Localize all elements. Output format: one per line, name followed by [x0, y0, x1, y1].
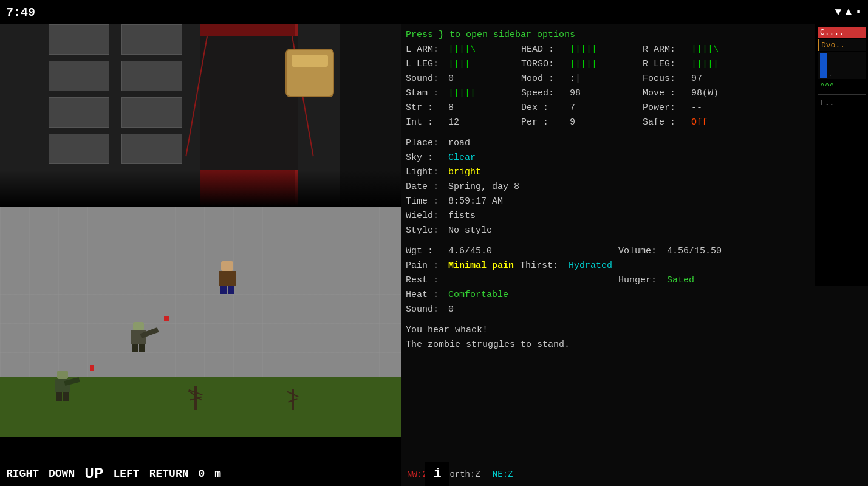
- stats-row-2: L LEG: |||| TORSO: ||||| R LEG: |||||: [406, 57, 863, 72]
- wifi-icon: ▼: [835, 6, 842, 18]
- env-time: Time : 8:59:17 AM: [406, 194, 863, 209]
- prompt-line: Press } to open sidebar options: [406, 28, 863, 43]
- zero-control[interactable]: 0: [198, 468, 205, 480]
- character-2: [131, 322, 146, 352]
- env-date: Date : Spring, day 8: [406, 180, 863, 194]
- signal-icon: ▲: [845, 6, 852, 18]
- stats-row-4: Stam : ||||| Speed: 98 Move : 98(W): [406, 86, 863, 101]
- env-wield: Wield: fists: [406, 209, 863, 224]
- compass-north[interactable]: North:Z: [445, 470, 480, 479]
- vitals-pain: Pain : Minimal pain Thirst: Hydrated: [406, 259, 863, 273]
- up-control[interactable]: UP: [84, 465, 103, 483]
- vitals-heat: Heat : Comfortable: [406, 288, 863, 303]
- top-scene[interactable]: [0, 0, 401, 207]
- m-control[interactable]: m: [214, 468, 221, 480]
- right-control[interactable]: RIGHT: [6, 468, 39, 480]
- system-icons: ▼ ▲ ▪: [835, 6, 862, 18]
- tree-1: [194, 386, 197, 410]
- message-1: You hear whack!: [406, 323, 863, 338]
- character-3: [55, 371, 70, 401]
- character-1: [219, 261, 236, 294]
- stats-row-1: L ARM: ||||\ HEAD : ||||| R ARM: ||||\: [406, 43, 863, 57]
- down-control[interactable]: DOWN: [49, 468, 75, 480]
- sidebar-item-5: F..: [818, 97, 866, 109]
- stats-row-3: Sound: 0 Mood : :| Focus: 97: [406, 72, 863, 86]
- env-place: Place: road: [406, 136, 863, 151]
- env-style: Style: No style: [406, 224, 863, 238]
- vitals-rest: Rest : Hunger: Sated: [406, 273, 863, 288]
- message-2: The zombie struggles to stand.: [406, 338, 863, 352]
- env-sky: Sky : Clear: [406, 151, 863, 165]
- env-light: Light: bright: [406, 165, 863, 180]
- left-control[interactable]: LEFT: [113, 468, 139, 480]
- vitals-sound: Sound: 0: [406, 303, 863, 317]
- right-sidebar: C.... Dvo.. . ^^^ F..: [815, 24, 868, 286]
- stats-row-5: Str : 8 Dex : 7 Power: --: [406, 101, 863, 115]
- battery-icon: ▪: [855, 6, 862, 18]
- controls-bar: RIGHT DOWN UP LEFT RETURN 0 m: [0, 462, 401, 486]
- vitals-wgt: Wgt : 4.6/45.0 Volume: 4.56/15.50: [406, 244, 863, 259]
- sidebar-item-2[interactable]: Dvo..: [818, 39, 866, 51]
- sidebar-item-1[interactable]: C....: [818, 27, 866, 38]
- hud-panel: Press } to open sidebar options L ARM: |…: [401, 24, 868, 462]
- press-text: Press } to open sidebar options: [406, 28, 575, 43]
- return-control[interactable]: RETURN: [149, 468, 189, 480]
- status-bar: 7:49 ▼ ▲ ▪: [0, 0, 868, 24]
- tree-2: [292, 389, 294, 410]
- sidebar-divider: [818, 94, 866, 95]
- i-key[interactable]: i: [425, 462, 449, 486]
- stats-row-6: Int : 12 Per : 9 Safe : Off: [406, 115, 863, 130]
- clock: 7:49: [6, 5, 35, 19]
- compass-bar: NW:22 North:Z NE:Z: [401, 462, 868, 486]
- sidebar-item-4: ^^^: [818, 80, 866, 92]
- sidebar-item-3[interactable]: .: [818, 52, 866, 79]
- bottom-scene[interactable]: [0, 207, 401, 437]
- compass-ne[interactable]: NE:Z: [493, 470, 513, 479]
